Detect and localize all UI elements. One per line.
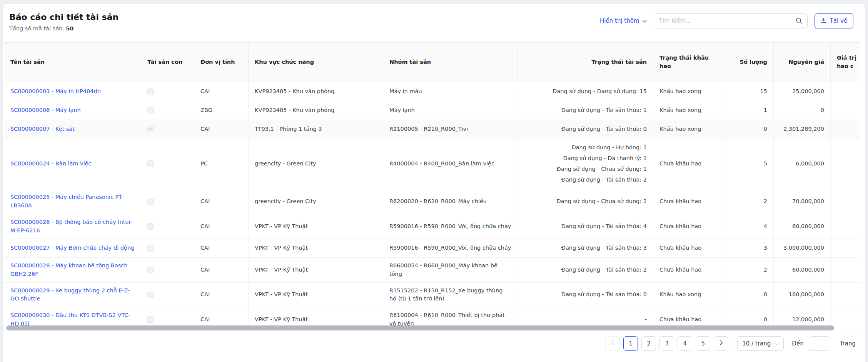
cell-unit: ZBO — [194, 101, 249, 120]
cell-unit: CAI — [194, 258, 249, 283]
asset-link[interactable]: SC000000026 - Bộ thông báo có cháy Inter… — [10, 219, 133, 234]
cell-child — [141, 120, 194, 139]
status-line: Đang sử dụng - Tài sản thừa: 4 — [524, 221, 647, 232]
cell-remaining — [831, 138, 860, 189]
horizontal-scrollbar-thumb[interactable] — [6, 325, 834, 330]
cell-group: R6200020 - R620_R000_Máy chiếu — [383, 189, 518, 214]
status-line: Đang sử dụng - Chưa sử dụng: 1 — [524, 164, 647, 175]
cell-qty: 1 — [721, 101, 774, 120]
table-row: SC000000003 - Máy in HP404dnCAIKVP923485… — [4, 82, 860, 101]
child-asset-checkbox[interactable] — [147, 126, 154, 132]
cell-group: R5900016 - R590_R000_Vòi, ống chữa cháy — [383, 239, 518, 258]
cell-group: R4000004 - R400_R000_Bàn làm việc — [383, 138, 518, 189]
child-asset-checkbox[interactable] — [147, 199, 154, 205]
child-asset-checkbox[interactable] — [147, 160, 154, 167]
cell-child — [141, 189, 194, 214]
status-line: Đang sử dụng - Hư hỏng: 1 — [524, 142, 647, 153]
child-asset-checkbox[interactable] — [147, 316, 154, 323]
cell-group: R2100005 - R210_R000_Tivi — [383, 120, 518, 139]
cell-unit: CAI — [194, 120, 249, 139]
status-line: Đang sử dụng - Đã thanh lý: 1 — [524, 153, 647, 164]
cell-remaining — [831, 258, 860, 283]
cell-status: Đang sử dụng - Tài sản thừa: 0 — [518, 283, 653, 308]
cell-depreciation: Chưa khấu hao — [653, 138, 721, 189]
cell-name: SC000000007 - Két sắt — [4, 120, 141, 139]
cell-depreciation: Khấu hao xong — [653, 101, 721, 120]
total-assets: Tổng số mã tài sản:50 — [9, 25, 73, 32]
asset-link[interactable]: SC000000003 - Máy in HP404dn — [10, 88, 101, 94]
cell-cost: 70,000,000 — [774, 189, 831, 214]
table-row: SC000000029 - Xe buggy thùng 2 chỗ E-Z-G… — [4, 283, 860, 308]
pagination-pages: 12345 — [623, 336, 710, 351]
child-asset-checkbox[interactable] — [147, 88, 154, 95]
cell-group: Máy lạnh — [383, 101, 518, 120]
cell-qty: 0 — [721, 120, 774, 139]
cell-name: SC000000028 - Máy khoan bê tông Bosch GB… — [4, 258, 141, 283]
child-asset-checkbox[interactable] — [147, 223, 154, 230]
status-line: Đang sử dụng - Chưa sử dụng: 2 — [524, 196, 647, 207]
column-header-remaining: Giá trị hao c — [831, 42, 860, 82]
asset-link[interactable]: SC000000027 - Máy Bơm chữa cháy di động — [10, 245, 134, 251]
status-line: Đang sử dụng - Tài sản thừa: 0 — [524, 124, 647, 135]
table-row: SC000000028 - Máy khoan bê tông Bosch GB… — [4, 258, 860, 283]
page-button-3[interactable]: 3 — [659, 336, 674, 351]
cell-remaining — [831, 82, 860, 101]
child-asset-checkbox[interactable] — [147, 267, 154, 273]
asset-link[interactable]: SC000000025 - Máy chiếu Panasonic PT-LB3… — [10, 194, 124, 209]
cell-child — [141, 101, 194, 120]
cell-depreciation: Chưa khấu hao — [653, 214, 721, 239]
cell-child — [141, 82, 194, 101]
table-row: SC000000027 - Máy Bơm chữa cháy di độngC… — [4, 239, 860, 258]
jump-to-page-input[interactable] — [809, 336, 830, 351]
cell-name: SC000000026 - Bộ thông báo có cháy Inter… — [4, 214, 141, 239]
asset-link[interactable]: SC000000029 - Xe buggy thùng 2 chỗ E-Z-G… — [10, 287, 130, 302]
horizontal-scrollbar-track[interactable] — [4, 325, 860, 330]
asset-link[interactable]: SC000000006 - Máy lạnh — [10, 107, 81, 113]
cell-child — [141, 283, 194, 308]
page-button-4[interactable]: 4 — [678, 336, 692, 351]
cell-status: Đang sử dụng - Tài sản thừa: 2 — [518, 258, 653, 283]
page-size-select[interactable]: 10 / trang — [737, 336, 784, 351]
child-asset-checkbox[interactable] — [147, 245, 154, 252]
show-more-dropdown[interactable]: Hiển thị thêm — [600, 17, 647, 24]
child-asset-checkbox[interactable] — [147, 292, 154, 298]
next-page-button[interactable] — [714, 336, 728, 351]
page-button-2[interactable]: 2 — [641, 336, 656, 351]
cell-depreciation: Chưa khấu hao — [653, 189, 721, 214]
cell-child — [141, 239, 194, 258]
download-button[interactable]: Tải về — [815, 13, 853, 28]
asset-link[interactable]: SC000000024 - Bàn làm việc — [10, 160, 92, 167]
chevron-left-icon — [611, 340, 614, 347]
asset-link[interactable]: SC000000007 - Két sắt — [10, 126, 75, 132]
search-icon[interactable] — [796, 17, 803, 26]
cell-unit: PC — [194, 138, 249, 189]
page-button-1[interactable]: 1 — [623, 336, 638, 351]
cell-remaining — [831, 189, 860, 214]
cell-child — [141, 214, 194, 239]
cell-area: VPKT - VP Kỹ Thuật — [249, 214, 383, 239]
cell-group: R5900016 - R590_R000_Vòi, ống chữa cháy — [383, 214, 518, 239]
cell-name: SC000000025 - Máy chiếu Panasonic PT-LB3… — [4, 189, 141, 214]
cell-group: R6600054 - R660_R000_Máy khoan bê tông — [383, 258, 518, 283]
status-line: Đang sử dụng - Tài sản thừa: 2 — [524, 175, 647, 185]
column-header-name: Tên tài sản — [4, 42, 141, 82]
child-asset-checkbox[interactable] — [147, 107, 154, 113]
cell-area: VPKT - VP Kỹ Thuật — [249, 283, 383, 308]
page-button-5[interactable]: 5 — [696, 336, 710, 351]
column-header-qty: Số lượng — [721, 42, 774, 82]
cell-area: greencity - Green City — [249, 189, 383, 214]
column-header-depreciation: Trạng thái khấu hao — [653, 42, 721, 82]
asset-link[interactable]: SC000000028 - Máy khoan bê tông Bosch GB… — [10, 262, 127, 277]
cell-qty: 15 — [721, 82, 774, 101]
cell-unit: CAI — [194, 239, 249, 258]
column-header-group: Nhóm tài sản — [383, 42, 518, 82]
search-input[interactable] — [654, 13, 808, 28]
cell-status: Đang sử dụng - Tài sản thừa: 3 — [518, 239, 653, 258]
cell-child — [141, 258, 194, 283]
asset-link[interactable]: SC000000030 - Đầu thu KTS DTVB-S2 VTC-HD… — [10, 312, 130, 327]
cell-area: VPKT - VP Kỹ Thuật — [249, 258, 383, 283]
cell-cost: 60,000,000 — [774, 258, 831, 283]
previous-page-button[interactable] — [605, 336, 620, 351]
cell-cost: 60,000,000 — [774, 214, 831, 239]
assets-table: Tên tài sảnTài sản conĐơn vị tínhKhu vực… — [4, 42, 860, 332]
